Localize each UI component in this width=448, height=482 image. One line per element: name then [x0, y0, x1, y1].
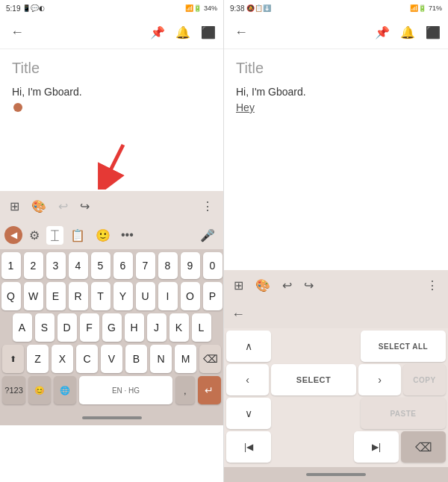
key-t[interactable]: T — [91, 282, 111, 310]
palette-icon-left[interactable]: 🎨 — [28, 196, 50, 216]
up-arrow-key[interactable]: ∧ — [226, 331, 271, 362]
undo-icon-right[interactable]: ↩ — [279, 275, 296, 295]
key-p[interactable]: P — [203, 282, 223, 310]
key-z[interactable]: Z — [27, 345, 49, 373]
key-1[interactable]: 1 — [1, 252, 21, 279]
status-bar-right: 9:38 🔕📋⬇️ 📶🔋 71% — [224, 0, 448, 16]
battery-left: 34% — [204, 4, 217, 12]
key-q[interactable]: Q — [1, 282, 21, 310]
clipboard-icon[interactable]: 📋 — [66, 225, 89, 245]
ctx-row-3: ∨ PASTE — [226, 398, 446, 429]
key-s[interactable]: S — [35, 313, 55, 342]
key-f[interactable]: F — [80, 313, 99, 342]
key-4[interactable]: 4 — [69, 252, 88, 279]
key-o[interactable]: O — [181, 282, 200, 310]
key-v[interactable]: V — [101, 345, 122, 373]
top-nav-left: ← 📌 🔔 ⬛ — [0, 16, 223, 49]
select-button[interactable]: SELECT — [271, 364, 356, 395]
note-body-text-left: Hi, I'm Gboard. — [12, 86, 82, 98]
select-all-button[interactable]: SELECT ALL — [361, 331, 446, 362]
back-button-left[interactable]: ← — [7, 22, 27, 43]
key-m[interactable]: M — [175, 345, 196, 373]
key-u[interactable]: U — [136, 282, 155, 310]
key-8[interactable]: 8 — [158, 252, 178, 279]
keyboard-area-left: 1 2 3 4 5 6 7 8 9 0 Q W E R T Y U I O P … — [0, 249, 223, 410]
delete-key-right[interactable]: ⌫ — [401, 431, 446, 463]
key-e[interactable]: E — [46, 282, 66, 310]
key-3[interactable]: 3 — [46, 252, 66, 279]
redo-icon-right[interactable]: ↪ — [300, 275, 317, 295]
paste-button[interactable]: PASTE — [361, 398, 446, 429]
key-j[interactable]: J — [147, 313, 167, 342]
down-arrow-key[interactable]: ∨ — [226, 398, 271, 429]
back-button-right[interactable]: ← — [231, 22, 251, 43]
key-r[interactable]: R — [69, 282, 88, 310]
cursor-icon[interactable]: ⌶ — [46, 226, 63, 245]
shift-key[interactable]: ⬆ — [2, 345, 24, 373]
pin-icon-left[interactable]: 📌 — [150, 25, 165, 40]
key-6[interactable]: 6 — [113, 252, 133, 279]
status-time-right: 9:38 🔕📋⬇️ — [230, 4, 271, 13]
emoji-icon[interactable]: 🙂 — [92, 225, 114, 245]
key-y[interactable]: Y — [113, 282, 133, 310]
key-h[interactable]: H — [125, 313, 144, 342]
bell-icon-left[interactable]: 🔔 — [175, 25, 190, 40]
note-body-left[interactable]: Hi, I'm Gboard. — [12, 84, 211, 100]
key-x[interactable]: X — [52, 345, 73, 373]
key-2[interactable]: 2 — [24, 252, 43, 279]
key-0[interactable]: 0 — [203, 252, 223, 279]
key-k[interactable]: K — [169, 313, 189, 342]
redo-icon-left[interactable]: ↪ — [76, 196, 93, 216]
key-n[interactable]: N — [150, 345, 172, 373]
z-row: ⬆ Z X C V B N M ⌫ — [2, 345, 221, 373]
ctx-row-2: ‹ SELECT › COPY — [226, 364, 446, 395]
keyboard-back-icon[interactable]: ← — [231, 307, 245, 322]
add-content-icon[interactable]: ⊞ — [6, 196, 23, 216]
archive-icon-left[interactable]: ⬛ — [201, 25, 216, 40]
palette-icon-right[interactable]: 🎨 — [252, 275, 274, 295]
context-keyboard-area: ∧ SELECT ALL ‹ SELECT › COPY ∨ PASTE |◀ … — [224, 328, 448, 467]
more-icon-right[interactable]: ⋮ — [423, 275, 442, 295]
key-c[interactable]: C — [76, 345, 98, 373]
key-g[interactable]: G — [102, 313, 122, 342]
key-w[interactable]: W — [24, 282, 43, 310]
num-key[interactable]: ?123 — [2, 376, 25, 404]
key-d[interactable]: D — [57, 313, 77, 342]
note-body-right[interactable]: Hi, I'm Gboard. Hey — [236, 84, 436, 116]
nav-icons-left: 📌 🔔 ⬛ — [150, 25, 216, 40]
key-5[interactable]: 5 — [91, 252, 111, 279]
key-b[interactable]: B — [125, 345, 147, 373]
battery-right: 71% — [429, 4, 442, 12]
left-arrow-key[interactable]: ‹ — [226, 364, 269, 395]
dots-icon[interactable]: ••• — [117, 225, 137, 245]
mic-icon[interactable]: 🎤 — [196, 225, 219, 245]
space-key[interactable]: EN · HG — [79, 376, 172, 404]
more-icon-left[interactable]: ⋮ — [198, 196, 217, 216]
a-row: A S D F G H J K L — [2, 313, 221, 342]
delete-key-left[interactable]: ⌫ — [199, 345, 221, 373]
archive-icon-right[interactable]: ⬛ — [426, 25, 441, 40]
right-arrow-key[interactable]: › — [358, 364, 401, 395]
bell-icon-right[interactable]: 🔔 — [400, 25, 415, 40]
home-key[interactable]: |◀ — [226, 431, 271, 463]
enter-key[interactable]: ↵ — [198, 376, 221, 404]
spacer-3 — [273, 431, 352, 463]
copy-button[interactable]: COPY — [403, 364, 446, 395]
status-time-left: 5:19 📱💬◐ — [6, 4, 45, 13]
status-bar-left: 5:19 📱💬◐ 📶🔋 34% — [0, 0, 223, 16]
note-title-right: Title — [236, 60, 436, 77]
globe-key[interactable]: 🌐 — [54, 376, 76, 404]
key-l[interactable]: L — [192, 313, 211, 342]
add-content-icon-right[interactable]: ⊞ — [230, 275, 247, 295]
emoji-key[interactable]: 😊 — [28, 376, 51, 404]
back-gboard-button[interactable]: ◀ — [4, 226, 22, 244]
key-a[interactable]: A — [13, 313, 32, 342]
end-key[interactable]: ▶| — [354, 431, 399, 463]
gear-icon[interactable]: ⚙ — [25, 225, 43, 245]
pin-icon-right[interactable]: 📌 — [375, 25, 390, 40]
key-i[interactable]: I — [158, 282, 178, 310]
left-phone-panel: 5:19 📱💬◐ 📶🔋 34% ← 📌 🔔 ⬛ Title Hi, I'm Gb… — [0, 0, 224, 482]
comma-key[interactable]: , — [175, 376, 195, 404]
key-9[interactable]: 9 — [181, 252, 200, 279]
key-7[interactable]: 7 — [136, 252, 155, 279]
